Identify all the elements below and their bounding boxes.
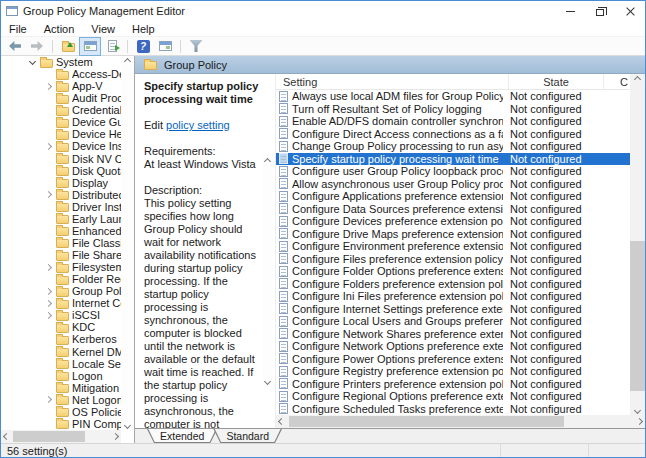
scrollbar-thumb[interactable] (13, 431, 85, 442)
chevron-right-icon[interactable] (43, 265, 53, 270)
tree-item-mitigation[interactable]: Mitigation (1, 382, 121, 394)
settings-row[interactable]: Configure Printers preference extension … (276, 378, 630, 391)
tree-item-internet-co[interactable]: Internet Co (1, 297, 121, 309)
tree-item-iscsi[interactable]: iSCSI (1, 309, 121, 321)
tree-item-device-inst[interactable]: Device Inst (1, 140, 121, 152)
tree-item-access-den[interactable]: Access-Den (1, 68, 121, 80)
scroll-up-icon[interactable] (634, 76, 641, 83)
settings-row[interactable]: Allow asynchronous user Group Policy pro… (276, 178, 630, 191)
tree-item-credential[interactable]: Credential (1, 104, 121, 116)
settings-row[interactable]: Configure Registry preference extension … (276, 365, 630, 378)
tree-item-folder-red[interactable]: Folder Red (1, 273, 121, 285)
tree-item-early-laun[interactable]: Early Laun (1, 213, 121, 225)
tree-item-device-hea[interactable]: Device Hea (1, 128, 121, 140)
tree-item-distributed[interactable]: Distributed (1, 189, 121, 201)
export-list-button[interactable] (102, 38, 122, 55)
filter-button[interactable] (186, 38, 206, 55)
chevron-right-icon[interactable] (43, 192, 53, 197)
up-one-level-button[interactable] (58, 38, 78, 55)
tree-item-driver-inst[interactable]: Driver Inst (1, 201, 121, 213)
chevron-right-icon[interactable] (43, 144, 53, 149)
tree-item-file-classif[interactable]: File Classif (1, 237, 121, 249)
settings-row[interactable]: Configure Environment preference extensi… (276, 240, 630, 253)
column-header-setting[interactable]: Setting (276, 74, 508, 89)
tree-item-device-gua[interactable]: Device Gua (1, 116, 121, 128)
tree-item-file-share[interactable]: File Share (1, 249, 121, 261)
tree-item-system[interactable]: System (1, 56, 121, 68)
tab-extended[interactable]: Extended (147, 429, 217, 443)
column-header-state[interactable]: State (508, 74, 603, 89)
tree-item-enhanced[interactable]: Enhanced (1, 225, 121, 237)
chevron-right-icon[interactable] (43, 289, 53, 294)
menu-file[interactable]: File (9, 23, 27, 35)
tree-item-kernel-dm[interactable]: Kernel DM (1, 346, 121, 358)
tab-standard[interactable]: Standard (213, 429, 282, 443)
settings-row[interactable]: Configure Local Users and Groups prefere… (276, 315, 630, 328)
settings-row[interactable]: Configure Power Options preference exten… (276, 353, 630, 366)
help-button[interactable] (133, 38, 153, 55)
settings-row[interactable]: Configure user Group Policy loopback pro… (276, 165, 630, 178)
tree-item-app-v[interactable]: App-V (1, 80, 121, 92)
scroll-right-icon[interactable] (636, 418, 643, 425)
settings-row[interactable]: Configure Network Options preference ext… (276, 340, 630, 353)
chevron-down-icon[interactable] (27, 61, 37, 64)
settings-row[interactable]: Configure Folder Options preference exte… (276, 265, 630, 278)
tree-item-pin-compl[interactable]: PIN Compl (1, 418, 121, 430)
tree-item-filesystem[interactable]: Filesystem (1, 261, 121, 273)
close-button[interactable] (615, 1, 645, 21)
settings-row[interactable]: Configure Devices preference extension p… (276, 215, 630, 228)
settings-row[interactable]: Configure Network Shares preference exte… (276, 328, 630, 341)
scrollbar-thumb[interactable] (289, 416, 564, 427)
chevron-right-icon[interactable] (43, 313, 53, 318)
menu-view[interactable]: View (91, 23, 115, 35)
settings-row[interactable]: Configure Data Sources preference extens… (276, 203, 630, 216)
tree-item-group-poli[interactable]: Group Poli (1, 285, 121, 297)
tree-item-display[interactable]: Display (1, 177, 121, 189)
column-header-c[interactable]: C (603, 74, 630, 89)
minimize-button[interactable] (555, 1, 585, 21)
tree-item-disk-quota[interactable]: Disk Quota (1, 165, 121, 177)
tree-item-audit-proc[interactable]: Audit Proc (1, 92, 121, 104)
settings-row[interactable]: Configure Regional Options preference ex… (276, 390, 630, 403)
settings-row[interactable]: Configure Files preference extension pol… (276, 253, 630, 266)
scroll-right-icon[interactable] (112, 433, 119, 440)
scroll-up-icon[interactable] (264, 158, 271, 165)
tree-item-disk-nv-ca[interactable]: Disk NV Ca (1, 153, 121, 165)
scrollbar-thumb[interactable] (630, 241, 645, 391)
show-action-pane-button[interactable] (155, 38, 175, 55)
chevron-right-icon[interactable] (43, 397, 53, 402)
settings-row[interactable]: Configure Applications preference extens… (276, 190, 630, 203)
policy-setting-link[interactable]: policy setting (166, 119, 230, 131)
tree-item-net-logon[interactable]: Net Logon (1, 394, 121, 406)
scroll-up-icon[interactable] (124, 58, 131, 65)
tree-item-os-policies[interactable]: OS Policies (1, 406, 121, 418)
settings-row[interactable]: Configure Internet Settings preference e… (276, 303, 630, 316)
settings-row[interactable]: Configure Direct Access connections as a… (276, 128, 630, 141)
tree-item-logon[interactable]: Logon (1, 370, 121, 382)
scroll-down-icon[interactable] (264, 378, 271, 385)
settings-row[interactable]: Specify startup policy processing wait t… (276, 153, 630, 166)
menu-help[interactable]: Help (132, 23, 155, 35)
settings-row[interactable]: Configure Ini Files preference extension… (276, 290, 630, 303)
settings-row[interactable]: Configure Folders preference extension p… (276, 278, 630, 291)
restore-button[interactable] (585, 1, 615, 21)
tree-item-kdc[interactable]: KDC (1, 321, 121, 333)
scroll-down-icon[interactable] (634, 407, 641, 414)
settings-row[interactable]: Configure Scheduled Tasks preference ext… (276, 403, 630, 416)
settings-row[interactable]: Configure Drive Maps preference extensio… (276, 228, 630, 241)
settings-row[interactable]: Enable AD/DFS domain controller synchron… (276, 115, 630, 128)
tree-item-locale-serv[interactable]: Locale Serv (1, 358, 121, 370)
back-button[interactable] (5, 38, 25, 55)
menu-action[interactable]: Action (44, 23, 75, 35)
tree-item-kerberos[interactable]: Kerberos (1, 333, 121, 345)
chevron-right-icon[interactable] (43, 301, 53, 306)
settings-row[interactable]: Turn off Resultant Set of Policy logging… (276, 103, 630, 116)
settings-row[interactable]: Always use local ADM files for Group Pol… (276, 90, 630, 103)
forward-button[interactable] (27, 38, 47, 55)
show-console-tree-button[interactable] (80, 38, 100, 55)
settings-row[interactable]: Change Group Policy processing to run as… (276, 140, 630, 153)
scroll-down-icon[interactable] (124, 422, 131, 429)
chevron-right-icon[interactable] (43, 84, 53, 89)
scroll-left-icon[interactable] (278, 418, 285, 425)
scroll-left-icon[interactable] (3, 433, 10, 440)
